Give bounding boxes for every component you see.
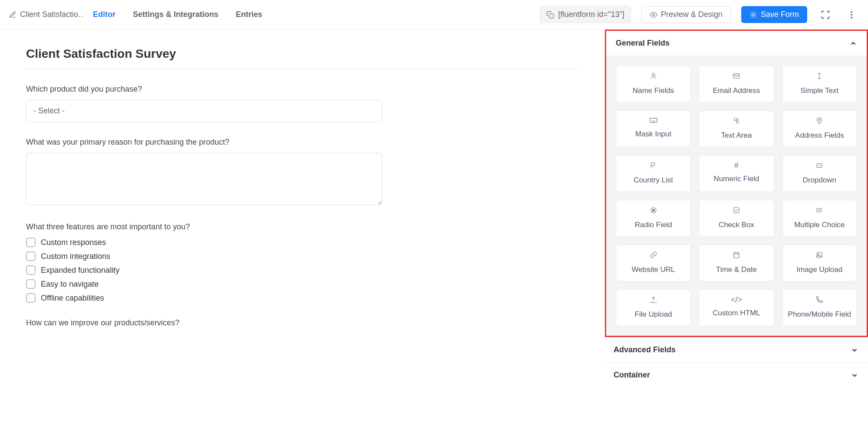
list-icon: [815, 206, 823, 216]
field-card-image-upload[interactable]: Image Upload: [782, 245, 857, 281]
field-card-label: File Upload: [635, 310, 672, 319]
field-card-label: Phone/Mobile Field: [788, 310, 851, 319]
form-name[interactable]: Client Satisfactio…: [9, 10, 83, 19]
field-card-mask-input[interactable]: Mask Input: [616, 110, 691, 147]
svg-rect-8: [650, 118, 657, 122]
field-card-radio-field[interactable]: Radio Field: [616, 200, 691, 237]
field-card-phone-mobile-field[interactable]: Phone/Mobile Field: [782, 289, 857, 326]
field-card-label: Check Box: [719, 221, 754, 229]
question-improve[interactable]: How can we improve our products/services…: [26, 318, 578, 328]
field-card-label: Text Area: [721, 131, 752, 140]
field-card-label: Image Upload: [796, 265, 842, 274]
textcursor-icon: [815, 72, 823, 82]
checkbox-option[interactable]: Expanded functionality: [26, 265, 578, 275]
svg-rect-13: [734, 208, 739, 213]
question-reason[interactable]: What was your primary reason for purchas…: [26, 138, 578, 207]
checkbox-option[interactable]: Custom responses: [26, 238, 578, 247]
section-header-general[interactable]: General Fields: [606, 31, 867, 56]
svg-point-15: [817, 210, 818, 211]
dropdown-icon: [815, 162, 823, 172]
checkbox-option[interactable]: Custom integrations: [26, 251, 578, 261]
more-menu-button[interactable]: [844, 7, 859, 23]
product-select[interactable]: - Select -: [26, 100, 382, 122]
field-card-numeric-field[interactable]: #Numeric Field: [699, 155, 774, 192]
question-label: How can we improve our products/services…: [26, 318, 578, 328]
form-name-text: Client Satisfactio…: [20, 10, 83, 19]
field-card-text-area[interactable]: Text Area: [699, 110, 774, 147]
tab-settings[interactable]: Settings & Integrations: [133, 10, 218, 19]
field-card-time-date[interactable]: Time & Date: [699, 245, 774, 281]
eye-icon: [650, 11, 657, 19]
preview-button[interactable]: Preview & Design: [641, 6, 731, 23]
field-card-simple-text[interactable]: Simple Text: [782, 66, 857, 103]
field-card-country-list[interactable]: Country List: [616, 155, 691, 192]
checkbox-option[interactable]: Easy to navigate: [26, 279, 578, 289]
svg-point-12: [652, 209, 654, 212]
field-card-label: Country List: [634, 176, 673, 185]
chevron-down-icon: [851, 346, 858, 354]
fullscreen-icon: [821, 10, 830, 20]
hash-icon: #: [734, 162, 739, 170]
field-card-file-upload[interactable]: File Upload: [616, 289, 691, 326]
section-header-container[interactable]: Container: [604, 362, 868, 387]
svg-point-3: [851, 11, 852, 13]
field-card-check-box[interactable]: Check Box: [699, 200, 774, 237]
svg-point-16: [817, 212, 818, 212]
svg-point-5: [851, 17, 852, 18]
question-label: Which product did you purchase?: [26, 85, 578, 94]
field-card-label: Address Fields: [795, 131, 844, 140]
field-card-custom-html[interactable]: </>Custom HTML: [699, 289, 774, 326]
checkbox-icon: [26, 238, 36, 247]
question-features[interactable]: What three features are most important t…: [26, 222, 578, 303]
upload-icon: [650, 296, 657, 306]
save-button[interactable]: Save Form: [741, 6, 807, 23]
field-card-website-url[interactable]: Website URL: [616, 245, 691, 281]
link-icon: [650, 251, 657, 261]
field-card-label: Custom HTML: [713, 309, 760, 318]
shortcode-box[interactable]: [fluentform id="13"]: [540, 6, 631, 23]
field-card-label: Radio Field: [635, 221, 672, 229]
check-icon: [733, 206, 740, 216]
phone-icon: [815, 296, 823, 306]
svg-point-14: [817, 208, 818, 209]
fullscreen-button[interactable]: [818, 7, 833, 23]
checkbox-option[interactable]: Offline capabilities: [26, 293, 578, 303]
field-card-label: Email Address: [713, 86, 760, 95]
check-circle-icon: [749, 11, 757, 19]
checkbox-label: Custom integrations: [41, 252, 110, 261]
more-vertical-icon: [847, 10, 856, 20]
field-card-dropdown[interactable]: Dropdown: [782, 155, 857, 192]
svg-rect-7: [733, 74, 739, 79]
checkbox-label: Offline capabilities: [41, 294, 104, 303]
checkbox-icon: [26, 265, 36, 275]
tab-editor[interactable]: Editor: [93, 10, 116, 19]
flag-icon: [650, 162, 657, 172]
form-title[interactable]: Client Satisfaction Survey: [26, 47, 578, 69]
chevron-up-icon: [849, 40, 857, 47]
field-card-label: Dropdown: [803, 176, 837, 185]
keyboard-icon: [649, 117, 658, 126]
edit-icon: [9, 11, 17, 19]
section-header-advanced[interactable]: Advanced Fields: [604, 337, 868, 362]
field-card-multiple-choice[interactable]: Multiple Choice: [782, 200, 857, 237]
mail-icon: [733, 72, 740, 82]
chevron-down-icon: [851, 371, 858, 379]
checkbox-icon: [26, 279, 36, 289]
field-card-address-fields[interactable]: Address Fields: [782, 110, 857, 147]
question-product[interactable]: Which product did you purchase? - Select…: [26, 85, 578, 122]
checkbox-label: Expanded functionality: [41, 266, 119, 275]
nav-tabs: Editor Settings & Integrations Entries: [93, 10, 262, 19]
pin-icon: [815, 117, 823, 127]
question-label: What was your primary reason for purchas…: [26, 138, 578, 147]
reason-textarea[interactable]: [26, 153, 382, 205]
checkbox-label: Easy to navigate: [41, 280, 99, 289]
radio-icon: [650, 206, 657, 216]
tab-entries[interactable]: Entries: [236, 10, 262, 19]
svg-point-1: [653, 13, 655, 16]
field-card-label: Numeric Field: [714, 175, 759, 183]
svg-point-19: [818, 254, 819, 255]
field-card-label: Name Fields: [633, 86, 674, 95]
user-icon: [650, 72, 657, 82]
field-card-name-fields[interactable]: Name Fields: [616, 66, 691, 103]
field-card-email-address[interactable]: Email Address: [699, 66, 774, 103]
